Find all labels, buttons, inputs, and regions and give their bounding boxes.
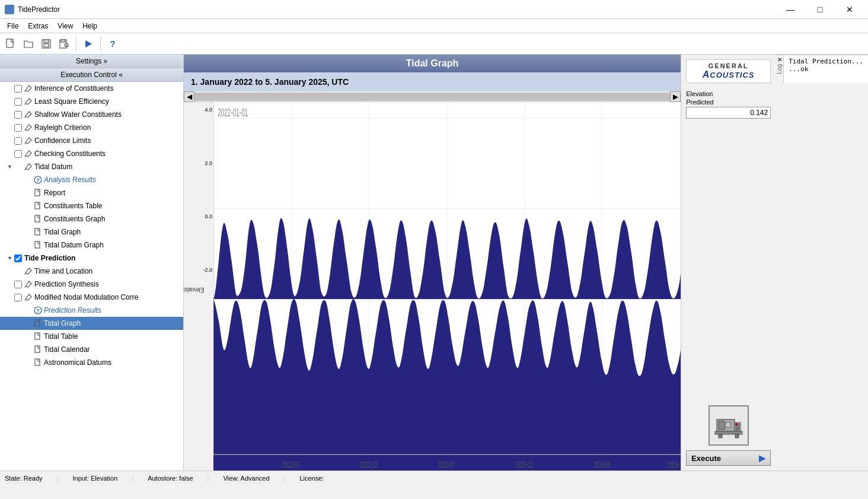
menu-help[interactable]: Help	[78, 21, 102, 31]
tree-item-tidal-table[interactable]: Tidal Table	[0, 330, 183, 343]
execution-control-header[interactable]: Execution Control «	[0, 68, 183, 82]
expand-icon: ▼	[7, 164, 12, 170]
svg-text:2023-07: 2023-07	[438, 459, 455, 469]
side-info-panel: GENERAL ACOUSTICS Elevation Predicted 0.…	[681, 55, 776, 471]
tree-item-least-square[interactable]: Least Square Efficiency	[0, 95, 183, 108]
item-label: Time and Location	[34, 267, 92, 275]
expand-icon: ▼	[7, 255, 12, 261]
toolbar-run-button[interactable]	[80, 36, 97, 52]
item-label: Tidal Datum	[34, 163, 72, 171]
item-icon	[24, 163, 33, 171]
menu-file[interactable]: File	[2, 21, 23, 31]
tree-item-astronomical-datums[interactable]: Astronomical Datums	[0, 356, 183, 369]
checkbox-confidence[interactable]	[14, 137, 22, 145]
svg-line-23	[25, 273, 25, 275]
item-label: Analysis Results	[44, 176, 96, 184]
tree-item-checking[interactable]: Checking Constituents	[0, 147, 183, 160]
toolbar-save-button[interactable]	[38, 36, 55, 52]
log-line-2: ...ok	[789, 65, 863, 73]
log-content: Tidal Prediction... ...ok	[784, 55, 868, 83]
tree-item-analysis-results[interactable]: ?Analysis Results	[0, 173, 183, 186]
tree-container[interactable]: Inference of Constituents Least Square E…	[0, 82, 183, 471]
log-line-1: Tidal Prediction...	[789, 58, 863, 65]
right-panel: Tidal Graph 1. January 2022 to 5. Januar…	[184, 55, 681, 471]
tree-item-tide-prediction[interactable]: ▼ Tide Prediction	[0, 252, 183, 265]
tree-item-tidal-graph[interactable]: Tidal Graph	[0, 225, 183, 239]
tree-item-prediction-synthesis[interactable]: Prediction Synthesis	[0, 278, 183, 291]
tree-item-confidence[interactable]: Confidence Limits	[0, 134, 183, 147]
toolbar-separator	[76, 37, 76, 51]
checkbox-least-square[interactable]	[14, 98, 22, 106]
svg-rect-5	[61, 40, 65, 42]
tree-item-modified-nodal[interactable]: Modified Nodal Modulation Corre	[0, 291, 183, 304]
item-label: Rayleigh Criterion	[34, 123, 91, 132]
log-close-button[interactable]: ✕ Log	[776, 55, 784, 83]
svg-text:?: ?	[36, 308, 40, 314]
item-icon	[34, 358, 42, 367]
tree-item-shallow-water[interactable]: Shallow Water Constituents	[0, 108, 183, 121]
tree-item-constituents-table[interactable]: Constituents Table	[0, 199, 183, 212]
status-state: State: Ready	[5, 475, 43, 482]
checkbox-modified-nodal[interactable]	[14, 294, 22, 301]
svg-rect-2	[44, 40, 49, 43]
svg-text:2023-12: 2023-12	[516, 459, 533, 469]
tree-item-tidal-datum-graph[interactable]: Tidal Datum Graph	[0, 239, 183, 252]
svg-point-58	[735, 423, 738, 425]
svg-rect-60	[719, 434, 722, 438]
settings-header[interactable]: Settings »	[0, 55, 183, 68]
execute-button[interactable]: Execute ▶	[686, 450, 771, 466]
tree-item-time-location[interactable]: Time and Location	[0, 265, 183, 278]
item-label: Constituents Table	[44, 202, 103, 210]
checkbox-checking[interactable]	[14, 150, 22, 158]
toolbar-saveas-button[interactable]	[56, 36, 72, 52]
menu-view[interactable]: View	[53, 21, 78, 31]
checkbox-shallow-water[interactable]	[14, 111, 22, 119]
checkbox-inference[interactable]	[14, 85, 22, 93]
svg-line-14	[25, 155, 25, 157]
tree-item-constituents-graph[interactable]: Constituents Graph	[0, 212, 183, 225]
tree-item-report[interactable]: Report	[0, 186, 183, 199]
svg-rect-30	[35, 346, 40, 352]
checkbox-prediction-synthesis[interactable]	[14, 281, 22, 288]
checkbox-tide-prediction[interactable]	[14, 255, 22, 262]
menu-extras[interactable]: Extras	[23, 21, 53, 31]
item-icon	[24, 280, 33, 289]
toolbar-help-button[interactable]: ?	[104, 36, 121, 52]
svg-rect-61	[735, 434, 739, 438]
maximize-button[interactable]: □	[806, 0, 834, 19]
h-scrollbar[interactable]	[194, 93, 670, 101]
svg-rect-19	[35, 202, 40, 209]
tree-item-inference[interactable]: Inference of Constituents	[0, 82, 183, 95]
scroll-left-button[interactable]: ◀	[184, 91, 194, 102]
predicted-label: Predicted	[686, 98, 771, 106]
svg-text:2024-12: 2024-12	[668, 459, 681, 469]
svg-text:2024-06: 2024-06	[593, 459, 611, 469]
tree-item-prediction-results[interactable]: ?Prediction Results	[0, 304, 183, 317]
execute-play-icon: ▶	[759, 453, 765, 463]
checkbox-rayleigh[interactable]	[14, 124, 22, 132]
elevation-label: Elevation	[686, 90, 771, 97]
tree-item-tidal-datum[interactable]: ▼Tidal Datum	[0, 160, 183, 173]
scroll-right-button[interactable]: ▶	[670, 91, 681, 102]
item-icon	[24, 136, 33, 145]
tree-item-tidal-graph-pred[interactable]: Tidal Graph	[0, 317, 183, 330]
svg-rect-20	[35, 215, 40, 222]
minimize-button[interactable]: —	[777, 0, 804, 19]
status-license: License:	[299, 475, 324, 482]
item-label: Tidal Graph	[44, 228, 81, 236]
toolbar-new-button[interactable]	[2, 36, 19, 52]
tree-item-rayleigh[interactable]: Rayleigh Criterion	[0, 121, 183, 134]
toolbar: ?	[0, 33, 868, 55]
graph-date-range: 1. January 2022 to 5. January 2025, UTC	[184, 72, 681, 91]
svg-line-13	[25, 142, 25, 144]
item-icon: ?	[34, 176, 42, 185]
item-icon	[24, 293, 33, 302]
close-button[interactable]: ✕	[836, 0, 863, 19]
tree-item-tidal-calendar[interactable]: Tidal Calendar	[0, 343, 183, 356]
toolbar-open-button[interactable]	[20, 36, 37, 52]
item-icon	[24, 123, 33, 132]
status-autostore: Autostore: false	[148, 475, 193, 482]
status-bar: State: Ready | Input: Elevation | Autost…	[0, 471, 868, 485]
item-label: Constituents Graph	[44, 215, 105, 223]
item-label: Report	[44, 189, 65, 197]
